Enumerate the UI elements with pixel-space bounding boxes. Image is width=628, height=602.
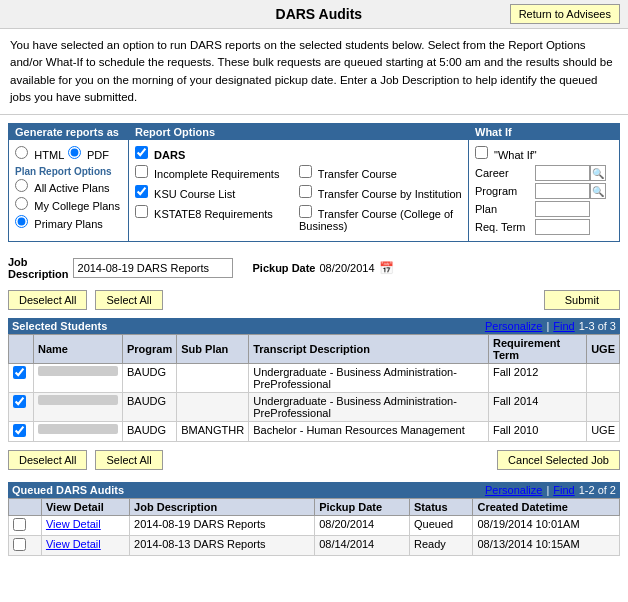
transfer-course-institution-checkbox[interactable] xyxy=(299,185,312,198)
row1-program: BAUDG xyxy=(123,364,177,393)
row3-transcript: Bachelor - Human Resources Management xyxy=(249,422,489,442)
my-college-plans-radio[interactable] xyxy=(15,197,28,210)
req-term-row: Req. Term xyxy=(475,219,613,235)
queued-dars-container: Queued DARS Audits Personalize | Find 1-… xyxy=(8,482,620,556)
ksu-course-list-checkbox-item[interactable]: KSU Course List xyxy=(135,185,298,200)
primary-plans-group[interactable]: Primary Plans xyxy=(15,215,122,231)
html-label: HTML xyxy=(34,149,64,161)
students-personalize-link[interactable]: Personalize xyxy=(485,320,542,332)
pdf-label: PDF xyxy=(87,149,109,161)
row2-reqterm: Fall 2014 xyxy=(489,393,587,422)
cancel-selected-job-button[interactable]: Cancel Selected Job xyxy=(497,450,620,470)
qcol-created: Created Datetime xyxy=(473,499,620,516)
row3-name xyxy=(38,424,118,434)
job-row: JobDescription Pickup Date 08/20/2014 📅 xyxy=(0,250,628,286)
career-input[interactable] xyxy=(535,165,590,181)
selected-students-header-right: Personalize | Find 1-3 of 3 xyxy=(485,320,616,332)
dars-checkbox-item[interactable]: DARS xyxy=(135,146,462,161)
plan-label: Plan xyxy=(475,203,535,215)
job-description-input[interactable] xyxy=(73,258,233,278)
return-to-advisees-button[interactable]: Return to Advisees xyxy=(510,4,620,24)
report-options-header: Report Options xyxy=(129,124,468,140)
html-radio[interactable] xyxy=(15,146,28,159)
row3-checkbox[interactable] xyxy=(13,424,26,437)
transfer-course-business-checkbox[interactable] xyxy=(299,205,312,218)
generate-reports-section: Generate reports as HTML PDF Plan Report… xyxy=(9,124,129,241)
calendar-icon[interactable]: 📅 xyxy=(379,261,394,275)
list-item: View Detail 2014-08-13 DARS Reports 08/1… xyxy=(9,536,620,556)
qrow1-view-detail-link[interactable]: View Detail xyxy=(46,518,101,530)
kstate8-checkbox-item[interactable]: KSTATE8 Requirements xyxy=(135,205,298,232)
table-row: BAUDG Undergraduate - Business Administr… xyxy=(9,393,620,422)
qrow1-checkbox[interactable] xyxy=(13,518,26,531)
transfer-course-business-checkbox-item[interactable]: Transfer Course (College of Business) xyxy=(299,205,462,232)
transfer-course-institution-label: Transfer Course by Institution xyxy=(318,188,462,200)
qcol-check xyxy=(9,499,42,516)
pdf-radio[interactable] xyxy=(68,146,81,159)
row2-subplan xyxy=(177,393,249,422)
req-term-label: Req. Term xyxy=(475,221,535,233)
all-active-plans-group[interactable]: All Active Plans xyxy=(15,179,122,195)
ksu-course-list-label: KSU Course List xyxy=(154,188,235,200)
row3-reqterm: Fall 2010 xyxy=(489,422,587,442)
row2-program: BAUDG xyxy=(123,393,177,422)
bottom-select-all-button[interactable]: Select All xyxy=(95,450,162,470)
html-radio-group[interactable]: HTML PDF xyxy=(15,146,122,162)
row1-checkbox[interactable] xyxy=(13,366,26,379)
kstate8-checkbox[interactable] xyxy=(135,205,148,218)
kstate8-label: KSTATE8 Requirements xyxy=(154,208,273,220)
qrow2-created: 08/13/2014 10:15AM xyxy=(473,536,620,556)
transfer-course-institution-checkbox-item[interactable]: Transfer Course by Institution xyxy=(299,185,462,200)
what-if-checkbox[interactable] xyxy=(475,146,488,159)
list-item: View Detail 2014-08-19 DARS Reports 08/2… xyxy=(9,516,620,536)
report-options-section: Report Options DARS Incomplete Requireme… xyxy=(129,124,469,241)
students-table: Name Program Sub Plan Transcript Descrip… xyxy=(8,334,620,442)
qrow2-status: Ready xyxy=(410,536,473,556)
selected-students-title: Selected Students xyxy=(12,320,107,332)
ksu-course-list-checkbox[interactable] xyxy=(135,185,148,198)
col-program: Program xyxy=(123,335,177,364)
row2-checkbox[interactable] xyxy=(13,395,26,408)
dars-label: DARS xyxy=(154,149,185,161)
qrow1-jobdesc: 2014-08-19 DARS Reports xyxy=(130,516,315,536)
plan-input[interactable] xyxy=(535,201,590,217)
incomplete-req-checkbox[interactable] xyxy=(135,165,148,178)
generate-reports-body: HTML PDF Plan Report Options All Active … xyxy=(9,140,128,237)
req-term-input[interactable] xyxy=(535,219,590,235)
job-description-group: JobDescription xyxy=(8,256,233,280)
bottom-deselect-all-button[interactable]: Deselect All xyxy=(8,450,87,470)
students-find-link[interactable]: Find xyxy=(553,320,574,332)
queued-personalize-link[interactable]: Personalize xyxy=(485,484,542,496)
transfer-course-checkbox[interactable] xyxy=(299,165,312,178)
dars-checkbox[interactable] xyxy=(135,146,148,159)
plan-report-options-label: Plan Report Options xyxy=(15,166,122,177)
row3-program: BAUDG xyxy=(123,422,177,442)
col-uge: UGE xyxy=(587,335,620,364)
program-search-button[interactable]: 🔍 xyxy=(590,183,606,199)
incomplete-req-checkbox-item[interactable]: Incomplete Requirements xyxy=(135,165,298,180)
pickup-date-group: Pickup Date 08/20/2014 📅 xyxy=(253,261,394,275)
submit-button[interactable]: Submit xyxy=(544,290,620,310)
queued-find-link[interactable]: Find xyxy=(553,484,574,496)
col-reqterm: Requirement Term xyxy=(489,335,587,364)
qcol-viewdetail: View Detail xyxy=(41,499,129,516)
deselect-all-button[interactable]: Deselect All xyxy=(8,290,87,310)
career-search-button[interactable]: 🔍 xyxy=(590,165,606,181)
career-label: Career xyxy=(475,167,535,179)
qrow1-pickup: 08/20/2014 xyxy=(315,516,410,536)
qrow2-checkbox[interactable] xyxy=(13,538,26,551)
transfer-course-checkbox-item[interactable]: Transfer Course xyxy=(299,165,462,180)
queued-title: Queued DARS Audits xyxy=(12,484,124,496)
program-input[interactable] xyxy=(535,183,590,199)
row1-name xyxy=(38,366,118,376)
qrow2-view-detail-link[interactable]: View Detail xyxy=(46,538,101,550)
all-active-plans-radio[interactable] xyxy=(15,179,28,192)
career-row: Career 🔍 xyxy=(475,165,613,181)
all-active-plans-label: All Active Plans xyxy=(34,182,109,194)
row1-subplan xyxy=(177,364,249,393)
primary-plans-radio[interactable] xyxy=(15,215,28,228)
what-if-checkbox-item[interactable]: "What If" xyxy=(475,146,613,161)
program-row: Program 🔍 xyxy=(475,183,613,199)
select-all-button[interactable]: Select All xyxy=(95,290,162,310)
my-college-plans-group[interactable]: My College Plans xyxy=(15,197,122,213)
